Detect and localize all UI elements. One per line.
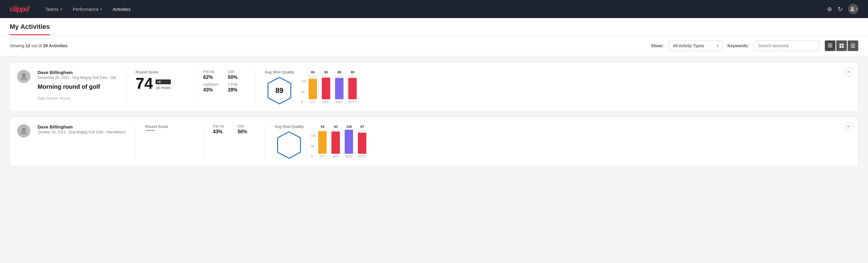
svg-rect-6: [839, 46, 841, 48]
add-button[interactable]: ⊕: [827, 5, 832, 12]
nav-activities[interactable]: Activities: [108, 4, 135, 14]
svg-point-14: [22, 128, 26, 132]
quality-section: Avg Shot Quality 89 100 50 0: [265, 70, 851, 105]
bar-track-ott: [318, 130, 327, 154]
round-score-value: [145, 130, 193, 131]
bar-fill-arg: [335, 78, 343, 99]
bar-axis-putt: PUTT: [349, 100, 356, 104]
activities-list: Dave Billingham December 05, 2021 · Gog …: [0, 56, 868, 172]
hexagon-wrap: 89: [265, 77, 294, 105]
score-badge: +4: [155, 80, 171, 84]
viewing-text: Viewing 12 out of 29 Activities: [10, 43, 646, 48]
nav-teams[interactable]: Teams ▾: [41, 4, 66, 14]
search-input[interactable]: [754, 40, 820, 51]
divider-2: [203, 124, 203, 159]
fw-hit-value: 62%: [203, 75, 221, 80]
bar-value-ott: 94: [320, 125, 324, 128]
refresh-button[interactable]: ↻: [838, 5, 843, 12]
bar-value-app: 93: [334, 125, 337, 128]
one-putt-label: 1 Putt: [228, 83, 245, 87]
nav-actions: ⊕ ↻ ▾: [827, 4, 858, 14]
viewing-count: 12: [26, 43, 30, 48]
svg-rect-11: [851, 47, 855, 48]
bar-col-app: 90 APP: [322, 70, 330, 104]
nav-performance[interactable]: Performance ▾: [69, 4, 106, 14]
bar-chart: 85 OTT 90 APP 89 ARG: [309, 70, 357, 104]
activity-title: Morning round of golf: [38, 83, 116, 90]
data-source: Data Source: Arccos: [38, 96, 116, 100]
edit-button[interactable]: ✏: [844, 122, 853, 131]
bar-y-labels: 100 50 0: [311, 134, 316, 158]
bar-axis-ott: OTT: [310, 100, 316, 104]
bar-axis-ott: OTT: [319, 155, 326, 158]
keywords-label: Keywords:: [727, 43, 749, 48]
svg-rect-10: [851, 46, 855, 47]
gir-label: GIR: [228, 70, 245, 74]
fw-hit-label: FW Hit: [213, 124, 230, 128]
fw-hit-value: 43%: [213, 129, 230, 135]
divider-1: [126, 70, 126, 105]
compact-view-button[interactable]: [847, 40, 858, 51]
fw-hit-label: FW Hit: [203, 70, 221, 74]
activity-type-select[interactable]: All Activity Types: [668, 40, 722, 51]
card-meta: Dave Billingham December 05, 2021 · Gog …: [38, 70, 116, 100]
viewing-total: 29: [43, 43, 48, 48]
bar-axis-app: APP: [323, 100, 329, 104]
bar-col-ott: 94 OTT: [318, 125, 327, 158]
card-meta: Dave Billingham October 16, 2021 · Gog M…: [38, 124, 126, 134]
activity-date: December 05, 2021 · Gog Magog Golf Club …: [38, 76, 116, 80]
score-number: 74: [136, 76, 153, 91]
round-score-label: Round Score: [136, 70, 184, 74]
bar-track-ott: [309, 75, 317, 99]
view-toggle: [825, 40, 858, 51]
score-meta: +4 18 Holes: [155, 80, 171, 91]
logo[interactable]: clippd: [10, 5, 29, 13]
quality-left: Avg Shot Quality 89: [265, 70, 294, 105]
gir-value: 56%: [238, 129, 255, 135]
user-avatar[interactable]: ▾: [848, 4, 858, 14]
divider-1: [135, 124, 136, 159]
list-view-button[interactable]: [825, 40, 836, 51]
bar-track-app: [322, 75, 330, 99]
svg-marker-15: [278, 132, 301, 158]
svg-rect-9: [851, 45, 855, 46]
grid-view-button[interactable]: [836, 40, 847, 51]
score-section: Round Score 74 +4 18 Holes: [136, 70, 184, 91]
divider-3: [265, 124, 265, 159]
svg-rect-8: [851, 43, 855, 44]
updown-value: 43%: [203, 87, 221, 93]
bar-col-putt: 89 PUTT: [348, 70, 357, 104]
round-score-value: 74 +4 18 Holes: [136, 76, 184, 91]
bar-y-0: 0: [301, 100, 306, 104]
bar-col-app: 93 APP: [332, 125, 340, 158]
performance-chevron-icon: ▾: [100, 7, 102, 11]
bar-col-putt: 87 PUTT: [358, 125, 366, 158]
svg-rect-4: [839, 43, 841, 46]
bar-track-arg: [345, 130, 353, 154]
holes-label: 18 Holes: [155, 85, 171, 90]
avg-shot-label: Avg Shot Quality: [265, 70, 294, 74]
bar-fill-arg: [345, 130, 353, 154]
svg-point-0: [851, 7, 853, 9]
activity-date: October 16, 2021 · Gog Magog Golf Club -…: [38, 130, 126, 134]
bar-fill-putt: [348, 78, 357, 99]
bar-axis-arg: ARG: [336, 100, 343, 104]
bar-chart-area: 100 50 0 94 OTT 93 APP: [311, 125, 367, 158]
bar-y-labels: 100 50 0: [301, 80, 306, 104]
gir-label: GIR: [238, 124, 255, 128]
teams-chevron-icon: ▾: [60, 7, 62, 11]
updown-stat: Up/Down 43%: [203, 83, 221, 93]
bar-fill-ott: [318, 131, 327, 154]
bar-y-0: 0: [311, 155, 316, 158]
bar-col-arg: 89 ARG: [335, 70, 343, 104]
stats-grid: FW Hit 62% GIR 50% Up/Down 43% 1 Putt 28…: [203, 70, 245, 93]
edit-button[interactable]: ✏: [844, 67, 853, 77]
bar-fill-app: [332, 132, 340, 154]
bar-value-app: 90: [324, 70, 328, 74]
page-title: My Activities: [10, 23, 50, 35]
bar-y-100: 100: [311, 134, 316, 138]
bar-col-arg: 106 ARG: [345, 125, 353, 158]
player-avatar: [17, 124, 30, 138]
svg-rect-2: [828, 45, 832, 46]
activity-card: Dave Billingham December 05, 2021 · Gog …: [10, 62, 858, 112]
